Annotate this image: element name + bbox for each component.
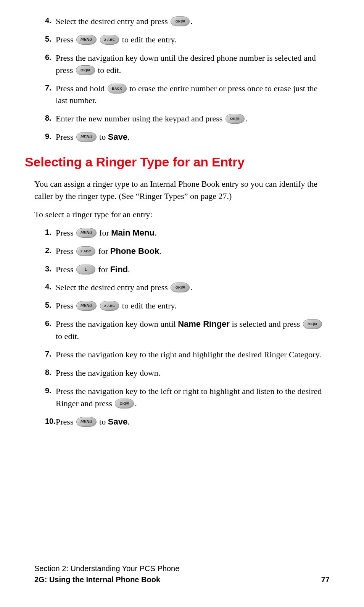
- two-key-icon: 2 ABC: [100, 301, 119, 311]
- page-footer: Section 2: Understanding Your PCS Phone …: [34, 564, 330, 584]
- step-text: .: [190, 283, 193, 292]
- menu-key-icon: MENU: [76, 228, 97, 238]
- step-3: 3. Press 1 for Find.: [45, 263, 330, 276]
- step-text: Press the navigation key to the right an…: [56, 350, 321, 359]
- step-text: to: [97, 132, 108, 142]
- step-number: 1.: [45, 227, 52, 238]
- step-text: Press: [56, 265, 76, 274]
- step-9: 9. Press MENU to Save.: [45, 131, 330, 143]
- step-number: 7.: [45, 349, 52, 360]
- section-heading: Selecting a Ringer Type for an Entry: [25, 155, 330, 170]
- ok-key-icon: OK|✉: [171, 16, 190, 26]
- step-text: Press: [56, 132, 76, 142]
- step-9: 9. Press the navigation key to the left …: [45, 385, 330, 410]
- back-key-icon: BACK: [108, 84, 127, 94]
- step-text: Press: [56, 228, 76, 237]
- step-text: for: [97, 228, 111, 237]
- step-number: 9.: [45, 385, 52, 396]
- step-text: .: [135, 399, 137, 408]
- step-8: 8. Press the navigation key down.: [45, 367, 330, 379]
- step-text: Press: [56, 417, 76, 426]
- step-number: 4.: [45, 15, 52, 26]
- step-text: to: [97, 417, 108, 426]
- step-number: 3.: [45, 263, 52, 274]
- step-text: .: [128, 265, 130, 274]
- footer-chapter-title: 2G: Using the Internal Phone Book: [34, 575, 160, 584]
- step-6: 6. Press the navigation key down until N…: [45, 318, 330, 342]
- step-text: .: [159, 246, 161, 256]
- manual-page: 4. Select the desired entry and press OK…: [0, 0, 364, 457]
- ok-key-icon: OK|✉: [225, 114, 245, 124]
- step-text: to edit the entry.: [120, 35, 176, 44]
- phone-book-label: Phone Book: [110, 246, 159, 256]
- step-text: Select the desired entry and press: [56, 283, 170, 292]
- lead-in-text: To select a ringer type for an entry:: [34, 208, 330, 221]
- step-text: for: [96, 265, 110, 274]
- step-4: 4. Select the desired entry and press OK…: [45, 281, 330, 294]
- step-text: Press and hold: [56, 84, 107, 93]
- step-number: 4.: [45, 281, 52, 292]
- one-key-icon: 1: [76, 265, 95, 274]
- step-text: Select the desired entry and press: [56, 16, 170, 26]
- step-text: .: [155, 228, 157, 237]
- step-number: 5.: [45, 300, 52, 311]
- footer-section-title: Section 2: Understanding Your PCS Phone: [34, 564, 330, 573]
- step-8: 8. Enter the new number using the keypad…: [45, 113, 330, 125]
- step-text: to edit the entry.: [120, 301, 176, 310]
- step-text: Press the navigation key down.: [56, 368, 160, 378]
- step-text: to edit.: [96, 65, 121, 75]
- step-6: 6. Press the navigation key down until t…: [45, 52, 330, 76]
- step-text: .: [127, 132, 130, 142]
- step-7: 7. Press and hold BACK to erase the enti…: [45, 82, 330, 107]
- step-number: 6.: [45, 52, 52, 63]
- ok-key-icon: OK|✉: [115, 399, 134, 408]
- footer-chapter-row: 2G: Using the Internal Phone Book 77: [34, 575, 330, 584]
- menu-key-icon: MENU: [76, 301, 97, 311]
- step-text: Enter the new number using the keypad an…: [56, 114, 225, 123]
- step-4: 4. Select the desired entry and press OK…: [45, 15, 330, 27]
- step-text: Press: [56, 35, 76, 44]
- steps-list-upper: 4. Select the desired entry and press OK…: [34, 15, 330, 143]
- menu-key-icon: MENU: [76, 417, 97, 427]
- step-10: 10. Press MENU to Save.: [45, 416, 330, 428]
- step-7: 7. Press the navigation key to the right…: [45, 349, 330, 361]
- save-label: Save: [108, 417, 127, 426]
- step-5: 5. Press MENU 2 ABC to edit the entry.: [45, 34, 330, 46]
- ok-key-icon: OK|✉: [303, 319, 322, 329]
- step-2: 2. Press 2 ABC for Phone Book.: [45, 245, 330, 257]
- two-key-icon: 2 ABC: [76, 246, 95, 256]
- page-number: 77: [321, 575, 330, 584]
- intro-paragraph: You can assign a ringer type to an Inter…: [34, 178, 330, 202]
- step-text: Press: [56, 301, 76, 310]
- two-key-icon: 2 ABC: [100, 35, 119, 45]
- name-ringer-label: Name Ringer: [178, 319, 230, 329]
- save-label: Save: [108, 132, 127, 142]
- step-text: to edit.: [56, 331, 79, 341]
- find-label: Find: [110, 265, 128, 274]
- step-5: 5. Press MENU 2 ABC to edit the entry.: [45, 300, 330, 312]
- steps-list-lower: 1. Press MENU for Main Menu. 2. Press 2 …: [34, 227, 330, 428]
- step-text: Press the navigation key to the left or …: [56, 386, 322, 408]
- step-number: 8.: [45, 367, 52, 378]
- step-text: Press the navigation key down until: [56, 319, 178, 329]
- step-text: for: [96, 246, 110, 256]
- step-text: .: [127, 417, 130, 426]
- step-number: 7.: [45, 82, 52, 94]
- step-text: .: [245, 114, 248, 123]
- step-number: 5.: [45, 34, 52, 45]
- step-1: 1. Press MENU for Main Menu.: [45, 227, 330, 239]
- menu-key-icon: MENU: [76, 35, 97, 45]
- ok-key-icon: OK|✉: [76, 65, 95, 75]
- menu-key-icon: MENU: [76, 132, 97, 142]
- step-number: 2.: [45, 245, 52, 256]
- step-text: is selected and press: [230, 319, 302, 329]
- ok-key-icon: OK|✉: [171, 283, 190, 292]
- step-number: 10.: [45, 416, 56, 427]
- step-number: 6.: [45, 318, 52, 329]
- main-menu-label: Main Menu: [111, 228, 155, 237]
- step-text: Press: [56, 246, 76, 256]
- step-number: 9.: [45, 131, 52, 142]
- step-number: 8.: [45, 113, 52, 124]
- step-text: .: [190, 16, 193, 26]
